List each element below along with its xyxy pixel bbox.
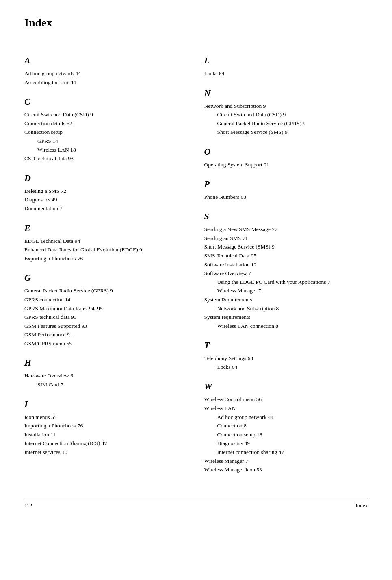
index-entry: Documentation 7 (24, 204, 188, 213)
right-column: LLocks 64NNetwork and Subscription 9Circ… (204, 46, 368, 474)
index-entry: Locks 64 (204, 363, 368, 372)
index-entry: Deleting a SMS 72 (24, 187, 188, 196)
section-letter-w: W (204, 381, 368, 392)
index-entry: Wireless LAN 18 (24, 146, 188, 155)
index-entry: Software installation 12 (204, 260, 368, 269)
index-entry: GPRS connection 14 (24, 295, 188, 304)
index-entry: Wireless Manager 7 (204, 457, 368, 466)
section-letter-t: T (204, 340, 368, 351)
section-letter-g: G (24, 273, 188, 283)
index-entry: SMS Technical Data 95 (204, 251, 368, 260)
index-entry: GSM Features Supported 93 (24, 322, 188, 331)
index-entry: Circuit Switched Data (CSD) 9 (24, 110, 188, 119)
index-entry: Wireless LAN connection 8 (204, 322, 368, 331)
footer-page-number: 112 (24, 502, 32, 509)
footer-title: Index (355, 502, 368, 509)
index-entry: Assembling the Unit 11 (24, 78, 188, 87)
section-letter-s: S (204, 211, 368, 222)
index-entry: Installation 11 (24, 430, 188, 439)
section-letter-n: N (204, 88, 368, 98)
index-entry: Software Overview 7 (204, 269, 368, 278)
index-entry: Ad hoc group network 44 (24, 69, 188, 78)
index-entry: GPRS 14 (24, 137, 188, 146)
section-letter-a: A (24, 55, 188, 66)
index-entry: System Requirements (204, 295, 368, 304)
index-entry: Using the EDGE PC Card with your Applica… (204, 278, 368, 287)
index-entry: SIM Card 7 (24, 380, 188, 389)
index-entry: Network and Subscription 9 (204, 102, 368, 111)
index-entry: Importing a Phonebook 76 (24, 421, 188, 430)
index-entry: Sending a New SMS Message 77 (204, 225, 368, 234)
index-entry: Network and Subscription 8 (204, 304, 368, 313)
index-entry: GSM Performance 91 (24, 330, 188, 339)
index-entry: Phone Numbers 63 (204, 193, 368, 202)
index-entry: Connection setup 18 (204, 430, 368, 439)
index-entry: Sending an SMS 71 (204, 234, 368, 243)
index-entry: CSD technical data 93 (24, 154, 188, 163)
index-entry: Telephony Settings 63 (204, 354, 368, 363)
index-entry: Icon menus 55 (24, 413, 188, 422)
section-letter-e: E (24, 223, 188, 233)
index-entry: Connection setup (24, 128, 188, 137)
index-entry: Wireless Manager Icon 53 (204, 465, 368, 474)
index-entry: GSM/GPRS menu 55 (24, 339, 188, 348)
index-entry: General Packet Radio Service (GPRS) 9 (204, 119, 368, 128)
page-footer: 112 Index (24, 499, 368, 509)
index-entry: Wireless Manager 7 (204, 286, 368, 295)
page-title: Index (24, 16, 368, 29)
section-letter-l: L (204, 55, 368, 66)
left-column: AAd hoc group network 44Assembling the U… (24, 46, 188, 474)
index-entry: GPRS technical data 93 (24, 313, 188, 322)
index-entry: General Packet Radio Service (GPRS) 9 (24, 286, 188, 295)
index-entry: Connection details 52 (24, 119, 188, 128)
section-letter-o: O (204, 146, 368, 157)
index-entry: Enhanced Data Rates for Global Evolution… (24, 245, 188, 254)
section-letter-c: C (24, 96, 188, 107)
index-content: AAd hoc group network 44Assembling the U… (24, 46, 368, 474)
index-entry: Ad hoc group network 44 (204, 413, 368, 422)
index-entry: Connection 8 (204, 421, 368, 430)
index-entry: Wireless LAN (204, 404, 368, 413)
index-entry: Wireless Control menu 56 (204, 395, 368, 404)
index-entry: Locks 64 (204, 69, 368, 78)
index-entry: Exporting a Phonebook 76 (24, 254, 188, 263)
index-entry: Hardware Overview 6 (24, 371, 188, 380)
index-entry: EDGE Technical Data 94 (24, 237, 188, 246)
section-letter-p: P (204, 179, 368, 190)
index-entry: Short Message Service (SMS) 9 (204, 242, 368, 251)
index-entry: Internet services 10 (24, 448, 188, 457)
index-entry: Internet connection sharing 47 (204, 448, 368, 457)
index-entry: Short Message Service (SMS) 9 (204, 128, 368, 137)
index-entry: Internet Connection Sharing (ICS) 47 (24, 439, 188, 448)
section-letter-d: D (24, 173, 188, 183)
index-entry: System requirements (204, 313, 368, 322)
index-entry: Operating System Support 91 (204, 160, 368, 169)
index-entry: Circuit Switched Data (CSD) 9 (204, 110, 368, 119)
section-letter-i: I (24, 399, 188, 410)
section-letter-h: H (24, 358, 188, 368)
index-entry: Diagnostics 49 (204, 439, 368, 448)
index-entry: Diagnostics 49 (24, 195, 188, 204)
index-entry: GPRS Maximum Data Rates 94, 95 (24, 304, 188, 313)
